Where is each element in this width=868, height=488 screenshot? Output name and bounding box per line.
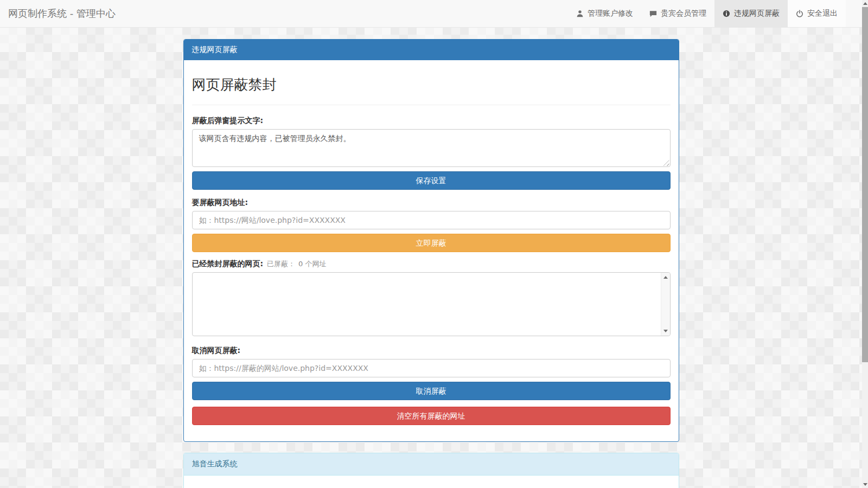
unblock-url-input[interactable] xyxy=(192,359,671,377)
block-now-button[interactable]: 立即屏蔽 xyxy=(192,234,671,252)
scroll-up-icon[interactable] xyxy=(663,276,668,279)
nav-item-label: 安全退出 xyxy=(807,9,838,18)
block-url-label: 要屏蔽网页地址: xyxy=(192,198,671,208)
block-panel-body: 网页屏蔽禁封 屏蔽后弹窗提示文字: 该网页含有违规内容，已被管理员永久禁封。 保… xyxy=(184,60,679,441)
nav-item-logout[interactable]: 安全退出 xyxy=(788,0,846,27)
popup-text-label: 屏蔽后弹窗提示文字: xyxy=(192,116,671,126)
scrollbar-thumb[interactable] xyxy=(862,7,868,362)
page-title: 网页屏蔽禁封 xyxy=(192,75,671,94)
blocked-list-box[interactable] xyxy=(192,272,671,336)
block-panel: 违规网页屏蔽 网页屏蔽禁封 屏蔽后弹窗提示文字: 该网页含有违规内容，已被管理员… xyxy=(183,39,679,442)
blocked-counter: 已屏蔽：0个网址 xyxy=(267,259,326,269)
blocked-count: 0 xyxy=(298,260,303,268)
nav-item-label: 贵宾会员管理 xyxy=(661,9,706,18)
block-panel-heading: 违规网页屏蔽 xyxy=(184,40,679,60)
scrollbar-up-icon[interactable] xyxy=(863,2,867,5)
blocked-list-scrollbar[interactable] xyxy=(661,273,670,336)
block-url-input[interactable] xyxy=(192,211,671,229)
scroll-down-icon[interactable] xyxy=(663,330,668,332)
generator-panel-heading: 旭音生成系统 xyxy=(184,453,679,476)
popup-textarea-wrap: 该网页含有违规内容，已被管理员永久禁封。 xyxy=(192,129,671,167)
popup-text-textarea[interactable]: 该网页含有违规内容，已被管理员永久禁封。 xyxy=(192,129,671,167)
nav-item-vip[interactable]: 贵宾会员管理 xyxy=(641,0,714,27)
title-divider xyxy=(192,105,671,105)
main-content: 违规网页屏蔽 网页屏蔽禁封 屏蔽后弹窗提示文字: 该网页含有违规内容，已被管理员… xyxy=(183,39,679,488)
scrollbar-down-icon[interactable] xyxy=(863,483,867,486)
blocked-counter-suffix: 个网址 xyxy=(305,260,326,268)
unblock-url-label: 取消网页屏蔽: xyxy=(192,346,671,356)
generator-panel: 旭音生成系统 xyxy=(183,453,679,488)
info-icon xyxy=(723,10,730,17)
nav-item-label: 管理账户修改 xyxy=(588,9,633,18)
user-icon xyxy=(576,10,584,17)
power-icon xyxy=(796,10,803,17)
navbar: 网页制作系统 - 管理中心 管理账户修改 贵宾会员管理 违规网页屏蔽 xyxy=(0,0,862,28)
clear-all-button[interactable]: 清空所有屏蔽的网址 xyxy=(192,407,671,425)
blocked-list-label: 已经禁封屏蔽的网页: xyxy=(192,259,264,269)
save-settings-button[interactable]: 保存设置 xyxy=(192,171,671,190)
generator-panel-body xyxy=(184,476,679,488)
blocked-counter-prefix: 已屏蔽： xyxy=(267,260,295,268)
nav-item-account[interactable]: 管理账户修改 xyxy=(568,0,641,27)
nav-item-label: 违规网页屏蔽 xyxy=(734,9,780,18)
unblock-button[interactable]: 取消屏蔽 xyxy=(192,382,671,400)
comment-icon xyxy=(649,10,657,17)
nav-item-block-pages[interactable]: 违规网页屏蔽 xyxy=(714,0,788,27)
blocked-list-label-row: 已经禁封屏蔽的网页: 已屏蔽：0个网址 xyxy=(192,259,671,269)
page-viewport: 网页制作系统 - 管理中心 管理账户修改 贵宾会员管理 违规网页屏蔽 xyxy=(0,0,862,488)
page-scrollbar[interactable] xyxy=(862,0,868,488)
navbar-menu: 管理账户修改 贵宾会员管理 违规网页屏蔽 安全退出 xyxy=(568,0,846,27)
navbar-brand[interactable]: 网页制作系统 - 管理中心 xyxy=(0,0,124,27)
